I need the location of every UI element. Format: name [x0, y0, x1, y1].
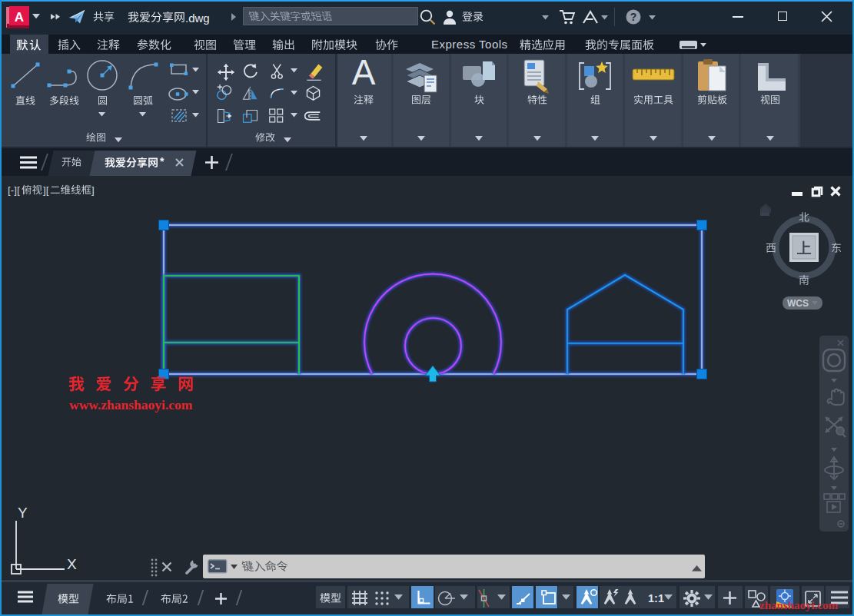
svg-text:1:1: 1:1: [648, 592, 664, 604]
svg-text:www.zhanshaoyi.com: www.zhanshaoyi.com: [69, 397, 193, 412]
svg-text:WCS: WCS: [787, 298, 809, 309]
svg-text:Y: Y: [18, 505, 28, 521]
svg-text:zhanshaoyi.com: zhanshaoyi.com: [759, 599, 839, 611]
svg-text:X: X: [67, 556, 77, 572]
